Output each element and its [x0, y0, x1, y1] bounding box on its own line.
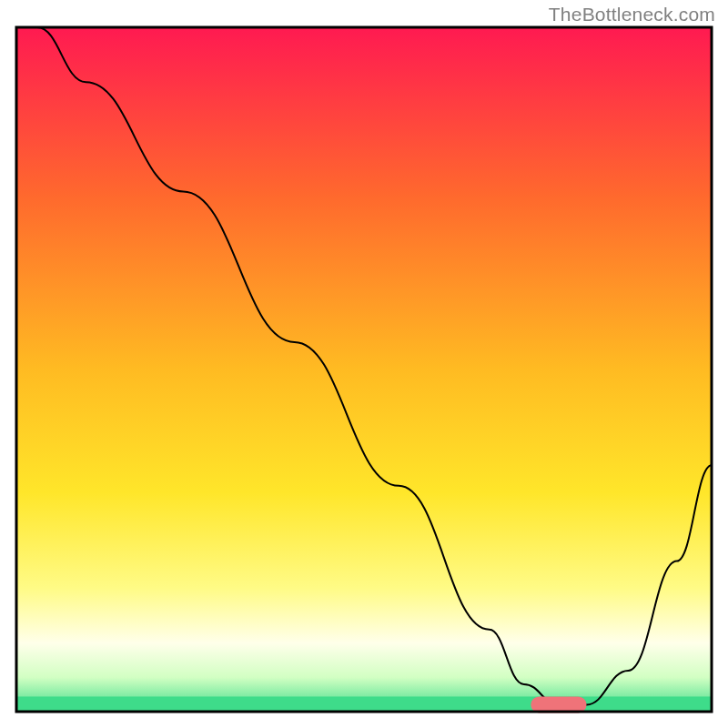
- chart-container: TheBottleneck.com: [0, 0, 728, 728]
- background-gradient: [16, 27, 712, 712]
- bottom-band: [16, 696, 712, 712]
- watermark-text: TheBottleneck.com: [549, 4, 715, 25]
- plot-area: [16, 27, 712, 713]
- chart-svg: [0, 0, 728, 728]
